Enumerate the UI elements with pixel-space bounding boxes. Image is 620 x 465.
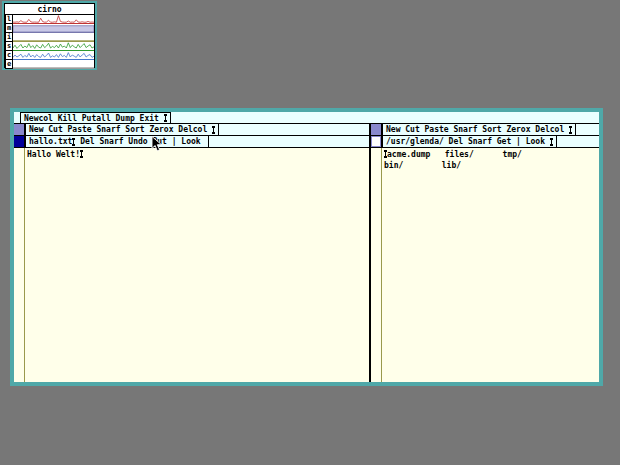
column-tag-text[interactable]: New Cut Paste Snarf Sort Zerox Delcol (29, 125, 212, 134)
text-cursor-tick (73, 138, 74, 146)
text-cursor-tick (213, 126, 214, 134)
stats-row-label: c (5, 51, 13, 60)
acme-main-tag[interactable]: Newcol Kill Putall Dump Exit (20, 112, 171, 123)
stats-row-s: s (5, 42, 94, 51)
body-line[interactable]: acme.dump files/ tmp/ (387, 150, 522, 159)
stats-rows: lmisce (5, 15, 94, 69)
mouse-cursor-icon (151, 136, 163, 152)
stats-window[interactable]: cirno lmisce (2, 1, 97, 70)
stats-row-label: l (5, 15, 13, 24)
text-cursor-tick (165, 114, 166, 122)
desktop: cirno lmisce Newcol Kill Putall Dump Exi… (0, 0, 620, 465)
text-cursor-tick (570, 126, 571, 134)
text-cursor-tick (385, 150, 386, 158)
column-left-tag[interactable]: New Cut Paste Snarf Sort Zerox Delcol (25, 124, 219, 135)
scrollbar[interactable] (14, 148, 25, 382)
stats-row-l: l (5, 15, 94, 24)
column-right-tag-row: New Cut Paste Snarf Sort Zerox Delcol (371, 124, 599, 136)
column-drag-button[interactable] (371, 124, 382, 135)
scrollbar[interactable] (371, 148, 382, 382)
window-tag-commands[interactable]: Del Snarf Get | Look (444, 137, 550, 146)
stats-title: cirno (5, 4, 94, 15)
stats-window-frame: cirno lmisce (4, 3, 95, 68)
window-tag-filename[interactable]: hallo.txt (29, 137, 72, 146)
stats-graph-i (13, 33, 94, 42)
window-hallo-tag-row: hallo.txt Del Snarf Undo Put | Look (14, 136, 369, 148)
acme-columns: New Cut Paste Snarf Sort Zerox Delcol ha… (14, 124, 599, 382)
column-left-tag-row: New Cut Paste Snarf Sort Zerox Delcol (14, 124, 369, 136)
window-hallo-text[interactable]: Hallo Welt! (25, 148, 369, 382)
column-tag-text[interactable]: New Cut Paste Snarf Sort Zerox Delcol (386, 125, 569, 134)
stats-row-m: m (5, 24, 94, 33)
stats-graph-l (13, 15, 94, 24)
text-cursor-tick (81, 150, 82, 158)
stats-row-label: m (5, 24, 13, 33)
window-clean-button[interactable] (371, 136, 382, 147)
column-right: New Cut Paste Snarf Sort Zerox Delcol /u… (369, 124, 599, 382)
stats-row-i: i (5, 33, 94, 42)
main-tag-text[interactable]: Newcol Kill Putall Dump Exit (24, 114, 164, 123)
window-hallo-body: Hallo Welt! (14, 148, 369, 382)
stats-graph-c (13, 51, 94, 60)
acme-main-tag-row: Newcol Kill Putall Dump Exit (14, 112, 599, 124)
stats-row-label: e (5, 60, 13, 69)
text-cursor-tick (551, 138, 552, 146)
stats-graph-e (13, 60, 94, 69)
stats-graph-m (13, 24, 94, 33)
window-tag-commands[interactable]: Del Snarf Undo Put | Look (75, 137, 205, 146)
stats-row-c: c (5, 51, 94, 60)
stats-graph-s (13, 42, 94, 51)
stats-row-e: e (5, 60, 94, 69)
column-right-tag[interactable]: New Cut Paste Snarf Sort Zerox Delcol (382, 124, 576, 135)
stats-row-label: s (5, 42, 13, 51)
window-glenda-body: acme.dump files/ tmp/ bin/ lib/ (371, 148, 599, 382)
body-line[interactable]: Hallo Welt! (27, 150, 80, 159)
acme-frame: Newcol Kill Putall Dump Exit New Cut Pas… (14, 112, 599, 382)
body-line[interactable]: bin/ lib/ (384, 161, 461, 170)
window-hallo-tag[interactable]: hallo.txt Del Snarf Undo Put | Look (25, 136, 209, 147)
window-dirty-button[interactable] (14, 136, 25, 147)
window-glenda-tag[interactable]: /usr/glenda/ Del Snarf Get | Look (382, 136, 557, 147)
acme-window[interactable]: Newcol Kill Putall Dump Exit New Cut Pas… (10, 108, 603, 386)
window-glenda-tag-row: /usr/glenda/ Del Snarf Get | Look (371, 136, 599, 148)
window-tag-filename[interactable]: /usr/glenda/ (386, 137, 444, 146)
column-left: New Cut Paste Snarf Sort Zerox Delcol ha… (14, 124, 369, 382)
window-glenda-text[interactable]: acme.dump files/ tmp/ bin/ lib/ (382, 148, 599, 382)
stats-row-label: i (5, 33, 13, 42)
column-drag-button[interactable] (14, 124, 25, 135)
